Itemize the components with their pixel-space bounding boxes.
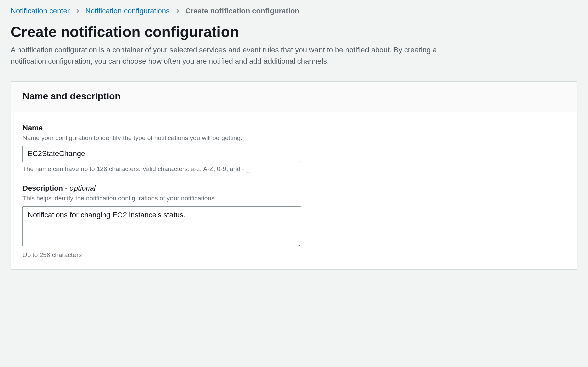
description-field-block: Description - optional This helps identi… xyxy=(22,184,566,259)
breadcrumb-notification-configurations[interactable]: Notification configurations xyxy=(85,7,170,15)
panel-header: Name and description xyxy=(11,82,577,112)
description-hint: This helps identify the notification con… xyxy=(22,195,566,202)
name-description-panel: Name and description Name Name your conf… xyxy=(11,81,577,270)
chevron-right-icon xyxy=(75,7,80,15)
chevron-right-icon xyxy=(175,7,180,15)
name-label: Name xyxy=(22,124,566,132)
breadcrumb: Notification center Notification configu… xyxy=(11,7,577,15)
breadcrumb-notification-center[interactable]: Notification center xyxy=(11,7,70,15)
page-description: A notification configuration is a contai… xyxy=(11,44,454,67)
description-label-main: Description - xyxy=(22,184,70,192)
panel-body: Name Name your configuration to identify… xyxy=(11,112,577,269)
breadcrumb-current: Create notification configuration xyxy=(185,7,299,15)
description-textarea[interactable] xyxy=(22,206,301,246)
name-hint: Name your configuration to identify the … xyxy=(22,134,566,142)
name-constraint: The name can have up to 128 characters. … xyxy=(22,165,566,173)
name-field-block: Name Name your configuration to identify… xyxy=(22,124,566,173)
description-constraint: Up to 256 characters xyxy=(22,251,566,259)
description-label: Description - optional xyxy=(22,184,566,193)
description-label-optional: optional xyxy=(70,184,96,192)
page-title: Create notification configuration xyxy=(11,24,577,40)
name-input[interactable] xyxy=(22,146,301,162)
panel-title: Name and description xyxy=(22,91,566,102)
